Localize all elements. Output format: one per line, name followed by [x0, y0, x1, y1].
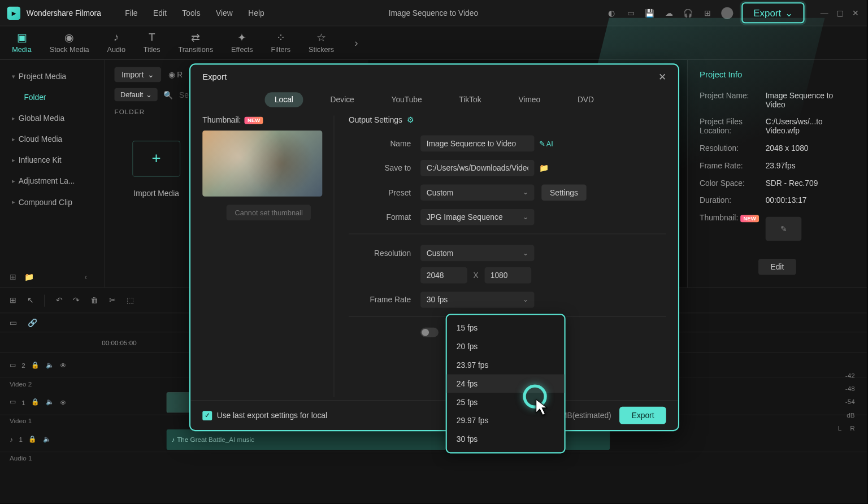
mute-icon[interactable]: 🔈 [46, 361, 54, 369]
close-icon[interactable]: ✕ [658, 71, 666, 82]
tab-dvd[interactable]: DVD [568, 92, 604, 107]
new-folder-icon[interactable]: ⊞ [10, 272, 16, 281]
tab-youtube[interactable]: YouTube [382, 92, 432, 107]
folder-browse-icon[interactable]: 📁 [539, 163, 549, 172]
sidebar-folder[interactable]: Folder [0, 87, 104, 108]
fps-option-24[interactable]: 24 fps [447, 374, 565, 393]
thumbnail-preview [202, 131, 322, 197]
chevron-down-icon: ⌄ [147, 70, 154, 79]
menu-help[interactable]: Help [248, 8, 264, 18]
crop-icon[interactable]: ⬚ [127, 296, 134, 305]
lock-icon[interactable]: 🔒 [28, 436, 37, 444]
toggle-switch[interactable] [420, 328, 439, 337]
resolution-select[interactable]: Custom⌄ [420, 245, 534, 262]
import-media-tile[interactable]: + Import Media [114, 124, 198, 214]
record-radio[interactable]: ◉ R [168, 70, 183, 79]
visibility-icon[interactable]: 👁 [60, 362, 67, 369]
grid-icon[interactable]: ⊞ [702, 7, 713, 18]
window-minimize-icon[interactable]: — [820, 8, 828, 17]
saveto-input[interactable] [420, 160, 534, 176]
user-avatar[interactable] [721, 7, 733, 19]
lock-icon[interactable]: 🔒 [31, 361, 40, 369]
settings-button[interactable]: Settings [541, 184, 586, 201]
tab-audio[interactable]: ♪Audio [107, 32, 125, 54]
tab-transitions[interactable]: ⇄Transitions [179, 32, 214, 54]
layout-icon[interactable]: ⊞ [10, 296, 16, 305]
folder-icon[interactable]: 📁 [24, 272, 34, 281]
document-title: Image Sequence to Video [389, 8, 478, 18]
tab-tiktok[interactable]: TikTok [449, 92, 491, 107]
fps-option-15[interactable]: 15 fps [447, 319, 565, 337]
fps-option-30[interactable]: 30 fps [447, 430, 565, 449]
export-button[interactable]: Export [619, 407, 666, 424]
tab-vimeo[interactable]: Vimeo [509, 92, 550, 107]
screen-icon[interactable]: ▭ [625, 7, 636, 18]
use-last-checkbox[interactable]: ✓ Use last export settings for local [202, 411, 327, 420]
visibility-icon[interactable]: 👁 [60, 398, 67, 406]
tab-stickers[interactable]: ☆Stickers [309, 32, 334, 54]
ai-icon[interactable]: ✎AI [539, 139, 553, 147]
tabs-more-icon[interactable]: › [354, 37, 358, 49]
sidebar-global-media[interactable]: ▸Global Media [0, 108, 104, 129]
undo-icon[interactable]: ↶ [56, 296, 63, 305]
tab-filters[interactable]: ⁘Filters [271, 32, 291, 54]
search-icon[interactable]: 🔍 [163, 90, 173, 99]
redo-icon[interactable]: ↷ [73, 296, 80, 305]
edit-button[interactable]: Edit [758, 259, 796, 275]
import-button[interactable]: Import ⌄ [114, 67, 161, 82]
tool-tabs: ▣Media ◉Stock Media ♪Audio TTitles ⇄Tran… [0, 27, 867, 60]
fps-option-20[interactable]: 20 fps [447, 337, 565, 356]
track-type-icon[interactable]: ▭ [10, 398, 16, 406]
sort-select[interactable]: Default ⌄ [114, 88, 157, 101]
menu-tools[interactable]: Tools [182, 8, 200, 18]
cloud-icon[interactable]: ☁ [663, 7, 674, 18]
collapse-icon[interactable]: ‹ [84, 272, 87, 281]
chevron-icon: ▾ [12, 73, 15, 80]
tab-effects[interactable]: ✦Effects [231, 32, 253, 54]
checkbox-icon: ✓ [202, 411, 212, 420]
track-type-icon[interactable]: ▭ [10, 361, 16, 369]
gear-icon[interactable]: ⚙ [407, 116, 414, 125]
sidebar-project-media[interactable]: ▾Project Media [0, 66, 104, 87]
cut-icon[interactable]: ✂ [109, 296, 116, 305]
menu-edit[interactable]: Edit [153, 8, 167, 18]
cursor-icon[interactable]: ↖ [27, 296, 34, 305]
format-select[interactable]: JPG Image Sequence⌄ [420, 209, 534, 225]
sidebar-influence-kit[interactable]: ▸Influence Kit [0, 150, 104, 171]
tab-media[interactable]: ▣Media [12, 32, 32, 54]
window-maximize-icon[interactable]: ▢ [836, 8, 844, 17]
track-type-icon[interactable]: ♪ [10, 436, 13, 443]
name-label: Name [349, 139, 420, 148]
tab-local[interactable]: Local [265, 92, 303, 107]
name-input[interactable] [420, 136, 534, 152]
delete-icon[interactable]: 🗑 [90, 296, 98, 305]
framerate-dropdown: 15 fps 20 fps 23.97 fps 24 fps 25 fps 29… [446, 314, 566, 453]
link-icon[interactable]: 🔗 [28, 318, 37, 327]
tab-device[interactable]: Device [321, 92, 364, 107]
lock-icon[interactable]: 🔒 [31, 398, 40, 406]
preset-select[interactable]: Custom⌄ [420, 184, 534, 201]
height-input[interactable] [484, 267, 531, 284]
fps-option-2397[interactable]: 23.97 fps [447, 356, 565, 375]
menu-view[interactable]: View [216, 8, 233, 18]
sidebar-adjustment[interactable]: ▸Adjustment La... [0, 171, 104, 192]
chevron-icon: ▸ [12, 157, 15, 164]
marker-icon[interactable]: ▭ [10, 318, 17, 327]
menu-file[interactable]: File [125, 8, 137, 18]
width-input[interactable] [420, 267, 467, 284]
titlebar: ▸ Wondershare Filmora File Edit Tools Vi… [0, 0, 867, 27]
sidebar-cloud-media[interactable]: ▸Cloud Media [0, 129, 104, 150]
export-top-button[interactable]: Export ⌄ [741, 2, 805, 23]
mute-icon[interactable]: 🔈 [46, 398, 54, 406]
save-icon[interactable]: 💾 [644, 7, 655, 18]
thumbnail-edit-icon[interactable]: ✎ [766, 217, 802, 241]
tab-titles[interactable]: TTitles [144, 32, 160, 54]
headphone-icon[interactable]: 🎧 [683, 7, 693, 18]
sidebar-compound[interactable]: ▸Compound Clip [0, 192, 104, 212]
window-close-icon[interactable]: ✕ [851, 8, 860, 17]
stickers-icon: ☆ [315, 32, 328, 43]
mute-icon[interactable]: 🔈 [43, 436, 51, 444]
theme-icon[interactable]: ◐ [606, 7, 617, 18]
tab-stock-media[interactable]: ◉Stock Media [50, 32, 89, 54]
framerate-select[interactable]: 30 fps⌄ [420, 292, 534, 308]
